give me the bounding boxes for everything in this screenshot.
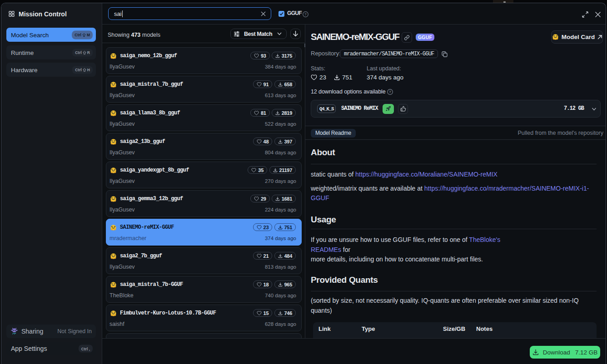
svg-text:?: ? <box>389 90 391 94</box>
svg-text:?: ? <box>304 12 307 16</box>
